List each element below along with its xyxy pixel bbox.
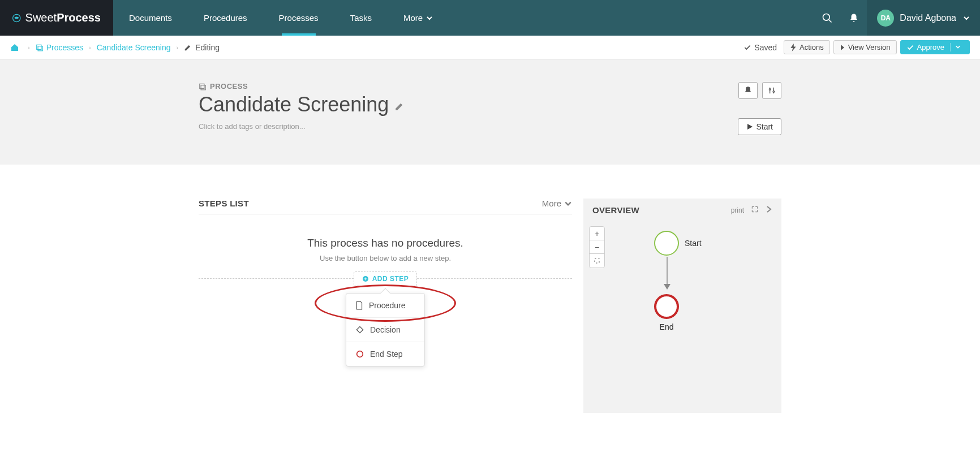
caret-right-icon (840, 44, 845, 51)
flow-node-start[interactable]: Start (654, 231, 702, 256)
add-step-row: ADD STEP (199, 278, 572, 286)
chevron-down-icon (963, 15, 970, 21)
breadcrumb-actions: Saved Actions View Version Approve (743, 40, 970, 54)
zoom-out-button[interactable]: − (590, 240, 604, 254)
svg-rect-4 (36, 45, 41, 49)
logo-text: SweetProcess (25, 11, 101, 24)
stack-icon (36, 44, 44, 51)
expand-icon[interactable] (751, 205, 759, 215)
process-type-label: PROCESS (199, 82, 781, 90)
stack-icon (199, 83, 207, 90)
settings-button[interactable] (762, 82, 781, 99)
print-link[interactable]: print (731, 206, 744, 214)
overview-title: OVERVIEW (592, 205, 639, 215)
play-icon (746, 123, 753, 130)
plus-circle-icon (362, 275, 369, 282)
breadcrumb-bar: › Processes › Candidate Screening › Edit… (0, 36, 980, 59)
user-menu[interactable]: DA David Agbona (867, 0, 980, 36)
actions-button[interactable]: Actions (784, 40, 830, 54)
nav-more[interactable]: More (388, 0, 449, 36)
svg-line-3 (829, 19, 832, 22)
chevron-down-icon (955, 44, 961, 50)
nav-procedures[interactable]: Procedures (188, 0, 263, 36)
steps-more-button[interactable]: More (542, 199, 572, 208)
zoom-in-button[interactable]: + (590, 227, 604, 240)
zoom-controls: + − (589, 226, 605, 268)
document-icon (355, 301, 363, 310)
nav-documents[interactable]: Documents (113, 0, 188, 36)
page-title: Candidate Screening (199, 93, 781, 117)
nav-tasks[interactable]: Tasks (334, 0, 388, 36)
end-node-circle (654, 294, 679, 319)
process-header: PROCESS Candidate Screening Click to add… (0, 59, 980, 165)
steps-list-panel: STEPS LIST More This process has no proc… (199, 199, 572, 413)
notifications-button[interactable] (738, 82, 758, 99)
overview-panel: OVERVIEW print + − S (583, 199, 781, 413)
svg-point-11 (773, 91, 775, 93)
steps-list-title: STEPS LIST (199, 199, 249, 208)
nav-processes[interactable]: Processes (263, 0, 334, 36)
fullscreen-icon (594, 257, 600, 264)
edit-title-button[interactable] (394, 93, 405, 117)
bell-icon (743, 86, 753, 95)
breadcrumb-processes[interactable]: Processes (36, 43, 83, 52)
pencil-icon (184, 44, 192, 51)
svg-point-2 (823, 14, 830, 20)
flow-node-end[interactable]: End (654, 294, 679, 319)
breadcrumb-process-name[interactable]: Candidate Screening (97, 43, 171, 52)
svg-point-14 (357, 351, 363, 357)
svg-rect-15 (595, 258, 599, 263)
check-icon (743, 44, 751, 51)
chevron-down-icon (426, 15, 433, 21)
logo[interactable]: SweetProcess (0, 0, 113, 36)
circle-icon (355, 350, 364, 359)
logo-icon (12, 11, 21, 25)
main-content: STEPS LIST More This process has no proc… (199, 165, 781, 413)
add-step-button[interactable]: ADD STEP (354, 271, 418, 286)
saved-status: Saved (743, 43, 777, 52)
search-icon[interactable] (814, 12, 841, 24)
svg-point-10 (769, 89, 771, 90)
menu-procedure[interactable]: Procedure (346, 294, 424, 318)
svg-rect-13 (356, 326, 363, 333)
tags-description-input[interactable]: Click to add tags or description... (199, 122, 781, 131)
start-node-label: Start (685, 239, 702, 248)
svg-rect-7 (201, 85, 205, 89)
menu-decision[interactable]: Decision (346, 318, 424, 342)
start-button[interactable]: Start (738, 118, 781, 135)
empty-subtext: Use the button below to add a new step. (199, 254, 572, 262)
nav-right: DA David Agbona (814, 0, 980, 36)
content-scroll[interactable]: PROCESS Candidate Screening Click to add… (0, 59, 980, 457)
chevron-down-icon (564, 200, 572, 208)
top-nav: SweetProcess Documents Procedures Proces… (0, 0, 980, 36)
empty-heading: This process has no procedures. (199, 237, 572, 249)
add-step-menu: Procedure Decision End Step (346, 293, 425, 367)
start-node-circle (654, 231, 679, 256)
bolt-icon (790, 44, 797, 51)
svg-rect-5 (38, 46, 42, 50)
bell-icon[interactable] (841, 13, 867, 23)
approve-button[interactable]: Approve (900, 40, 970, 54)
user-name: David Agbona (900, 13, 956, 23)
svg-point-1 (15, 16, 19, 19)
breadcrumb-editing: Editing (184, 43, 220, 52)
pencil-icon (394, 101, 405, 111)
menu-end-step[interactable]: End Step (346, 342, 424, 366)
view-version-button[interactable]: View Version (833, 40, 897, 54)
chevron-right-icon[interactable] (766, 205, 772, 215)
breadcrumb-home[interactable] (10, 43, 22, 52)
diamond-icon (355, 325, 364, 334)
flow-canvas[interactable]: + − Start End (583, 221, 781, 413)
empty-state: This process has no procedures. Use the … (199, 214, 572, 275)
home-icon (10, 43, 19, 52)
end-node-label: End (660, 322, 674, 331)
svg-rect-6 (200, 84, 204, 88)
arrow-head-icon (664, 284, 670, 291)
check-icon (906, 44, 914, 51)
zoom-fullscreen-button[interactable] (590, 254, 604, 268)
avatar: DA (877, 10, 894, 27)
sliders-icon (767, 86, 776, 95)
nav-items: Documents Procedures Processes Tasks Mor… (113, 0, 449, 36)
